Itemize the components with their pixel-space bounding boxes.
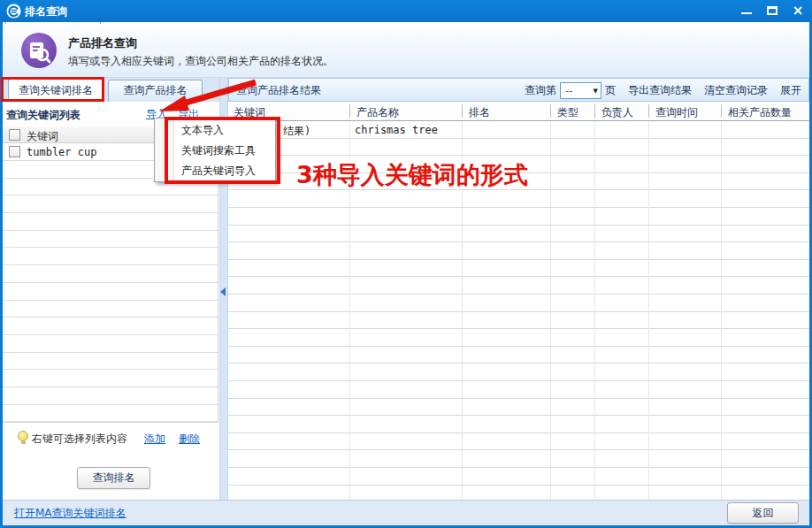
select-all-checkbox[interactable] xyxy=(9,129,20,141)
splitter-collapse-icon[interactable] xyxy=(220,287,226,296)
minimize-button[interactable] xyxy=(735,0,758,22)
chevron-down-icon: ▼ xyxy=(594,88,598,95)
back-button[interactable]: 返回 xyxy=(727,502,799,524)
column-divider xyxy=(550,104,551,118)
column-divider xyxy=(648,121,649,500)
column-divider xyxy=(721,104,722,118)
menu-item-text-import[interactable]: 文本导入 xyxy=(181,119,224,141)
context-menu-gutter xyxy=(155,119,174,181)
expand-link[interactable]: 展开 xyxy=(780,83,801,98)
results-table-header: 关键词 产品名称 排名 类型 负责人 查询时间 相关产品数量 xyxy=(228,102,809,121)
maximize-button[interactable] xyxy=(761,0,784,22)
column-divider xyxy=(550,121,551,500)
column-divider xyxy=(648,104,649,118)
keyword-list-title: 查询关键词列表 xyxy=(6,108,80,123)
column-divider xyxy=(594,104,595,118)
lightbulb-base xyxy=(21,441,26,444)
result-row[interactable]: 结果) chrismas tree xyxy=(228,121,809,138)
close-icon: × xyxy=(793,3,804,19)
page-prefix-label: 查询第 xyxy=(525,83,556,98)
tab-product-rank[interactable]: 查询产品排名 xyxy=(108,80,203,102)
col-type[interactable]: 类型 xyxy=(557,105,578,120)
page-suffix-label: 页 xyxy=(605,83,616,98)
maximize-icon xyxy=(767,6,778,15)
add-link[interactable]: 添加 xyxy=(144,432,165,447)
col-related[interactable]: 相关产品数量 xyxy=(728,105,792,120)
col-owner[interactable]: 负责人 xyxy=(601,105,633,120)
result-keyword-cell: 结果) xyxy=(283,124,310,139)
export-results-link[interactable]: 导出查询结果 xyxy=(628,83,692,98)
open-ma-link[interactable]: 打开MA查询关键词排名 xyxy=(14,506,126,521)
menu-item-product-import[interactable]: 产品关键词导入 xyxy=(181,160,256,181)
column-divider xyxy=(462,104,463,118)
close-button[interactable]: × xyxy=(786,0,809,22)
col-rank[interactable]: 排名 xyxy=(469,105,490,120)
product-rank-icon xyxy=(20,32,57,69)
column-divider xyxy=(594,121,595,500)
window-title: 排名查询 xyxy=(25,4,67,19)
column-divider xyxy=(721,121,722,500)
result-product-cell: chrismas tree xyxy=(355,124,438,136)
clear-records-link[interactable]: 清空查询记录 xyxy=(704,83,768,98)
import-context-menu: 文本导入 关键词搜索工具 产品关键词导入 xyxy=(154,118,276,182)
footer-bar: 打开MA查询关键词排名 返回 xyxy=(3,500,809,525)
query-rank-button[interactable]: 查询排名 xyxy=(77,467,150,489)
header-subtitle: 填写或导入相应关键词，查询公司相关产品的排名状况。 xyxy=(68,54,333,69)
keyword-list-header-label: 关键词 xyxy=(27,129,58,144)
keyword-list-empty-rows xyxy=(3,161,218,423)
title-bar: 排名查询 × xyxy=(0,0,812,22)
page-select-value: -- xyxy=(565,85,573,97)
delete-link[interactable]: 删除 xyxy=(179,432,200,447)
tab-keyword-rank-face[interactable]: 查询关键词排名 xyxy=(8,79,103,102)
keyword-item-label: tumbler cup xyxy=(27,146,96,158)
keyword-item-checkbox[interactable] xyxy=(9,146,20,157)
right-click-hint: 右键可选择列表内容 xyxy=(32,432,127,447)
col-time[interactable]: 查询时间 xyxy=(655,105,698,120)
minimize-icon xyxy=(741,12,752,14)
page-select[interactable]: -- ▼ xyxy=(560,82,601,99)
app-logo-icon xyxy=(6,4,21,19)
menu-item-keyword-tool[interactable]: 关键词搜索工具 xyxy=(181,140,256,161)
column-divider xyxy=(349,104,350,118)
tab-keyword-rank-text: 查询关键词排名 xyxy=(19,84,93,96)
lightbulb-icon xyxy=(18,431,28,441)
annotation-note: 3种导入关键词的形式 xyxy=(296,159,528,191)
header-title: 产品排名查询 xyxy=(68,35,137,51)
page-header: 产品排名查询 填写或导入相应关键词，查询公司相关产品的排名状况。 xyxy=(3,22,809,78)
results-toolbar-controls: 查询第 -- ▼ 页 导出查询结果 清空查询记录 展开 xyxy=(525,82,801,99)
results-toolbar: 查询产品排名结果 查询第 -- ▼ 页 导出查询结果 清空查询记录 展开 xyxy=(228,78,809,102)
results-title: 查询产品排名结果 xyxy=(236,83,321,98)
window-border-left xyxy=(0,22,3,528)
tab-product-rank-label: 查询产品排名 xyxy=(124,84,188,96)
col-product[interactable]: 产品名称 xyxy=(356,105,399,120)
